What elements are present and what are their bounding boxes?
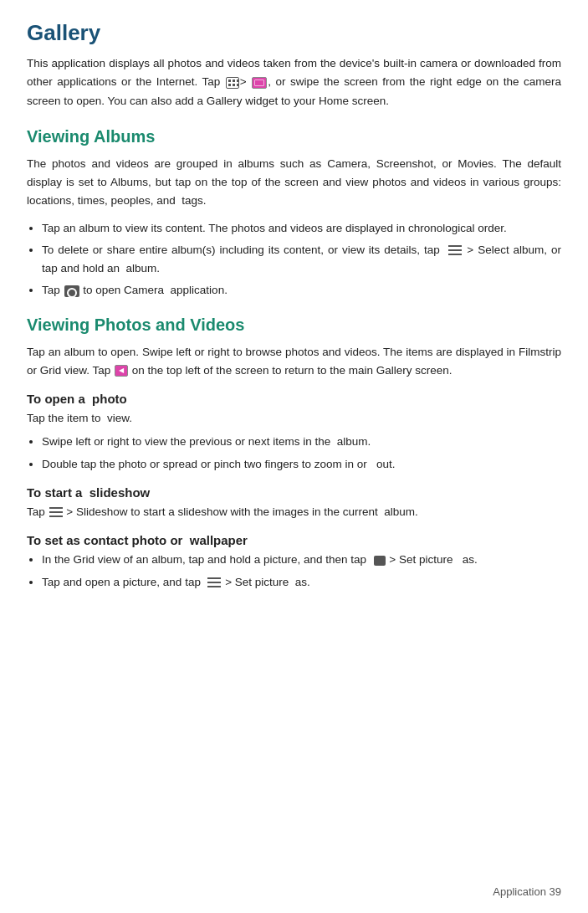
small-grid-icon	[374, 556, 386, 566]
page-title: Gallery	[27, 20, 561, 46]
back-icon	[115, 365, 128, 377]
viewing-photos-videos-body: Tap an album to open. Swipe left or righ…	[27, 343, 561, 381]
camera-icon	[64, 285, 79, 297]
bullet-item: Double tap the photo or spread or pinch …	[42, 455, 561, 474]
gallery-icon	[252, 77, 267, 89]
slideshow-subsection: To start a slideshow Tap > Slideshow to …	[27, 485, 561, 521]
page-footer: Application 39	[493, 885, 561, 898]
viewing-albums-body: The photos and videos are grouped in alb…	[27, 155, 561, 211]
viewing-albums-title: Viewing Albums	[27, 127, 561, 146]
menu-icon-2	[49, 507, 63, 517]
set-contact-subsection: To set as contact photo or wallpaper In …	[27, 533, 561, 592]
bullet-item: In the Grid view of an album, tap and ho…	[42, 551, 561, 569]
intro-paragraph: This application displays all photos and…	[27, 54, 561, 110]
viewing-photos-videos-title: Viewing Photos and Videos	[27, 315, 561, 335]
viewing-albums-bullets: Tap an album to view its content. The ph…	[42, 219, 561, 300]
bullet-item: Tap to open Camera application.	[42, 281, 561, 300]
slideshow-body: Tap > Slideshow to start a slideshow wit…	[27, 503, 561, 521]
menu-icon	[448, 245, 462, 255]
bullet-item: Tap and open a picture, and tap > Set pi…	[42, 573, 561, 592]
viewing-photos-videos-section: Viewing Photos and Videos Tap an album t…	[27, 315, 561, 592]
bullet-item: To delete or share entire album(s) inclu…	[42, 241, 561, 279]
bullet-item: Tap an album to view its content. The ph…	[42, 219, 561, 238]
open-photo-title: To open a photo	[27, 392, 561, 406]
bullet-item: Swipe left or right to view the previous…	[42, 433, 561, 451]
set-contact-bullets: In the Grid view of an album, tap and ho…	[42, 551, 561, 592]
open-photo-subsection: To open a photo Tap the item to view. Sw…	[27, 392, 561, 474]
grid-icon	[226, 77, 239, 89]
set-contact-title: To set as contact photo or wallpaper	[27, 533, 561, 547]
open-photo-body: Tap the item to view.	[27, 409, 561, 428]
open-photo-bullets: Swipe left or right to view the previous…	[42, 433, 561, 474]
slideshow-title: To start a slideshow	[27, 485, 561, 500]
viewing-albums-section: Viewing Albums The photos and videos are…	[27, 127, 561, 300]
menu-icon-3	[207, 577, 221, 587]
